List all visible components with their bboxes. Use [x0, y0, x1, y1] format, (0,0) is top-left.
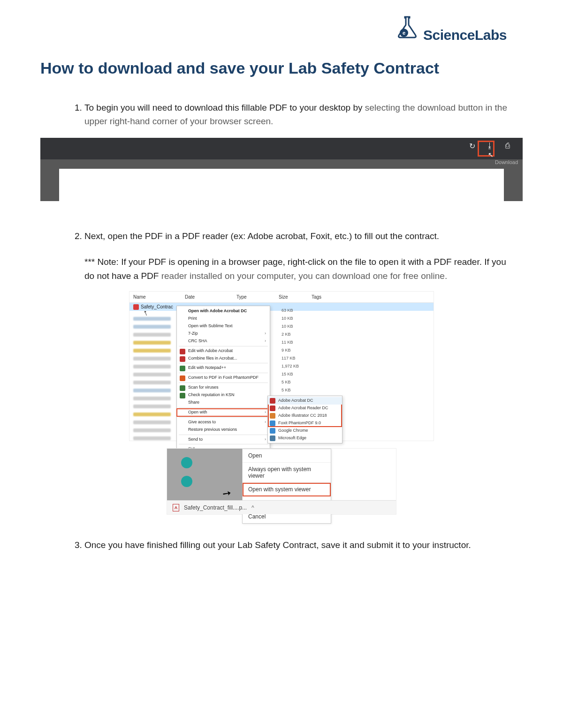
blurred-filename — [133, 317, 171, 321]
blurred-filename — [133, 428, 171, 432]
dl-always-open[interactable]: Always open with system viewer — [243, 463, 331, 483]
file-row[interactable] — [129, 346, 171, 354]
blurred-filename — [133, 389, 171, 392]
blurred-filename — [133, 325, 171, 329]
file-row[interactable] — [129, 394, 171, 402]
step-1-part-a: To begin you will need to download this … — [84, 103, 365, 113]
file-row[interactable] — [129, 418, 171, 426]
blurred-filename — [133, 436, 171, 440]
svg-text:e: e — [403, 30, 405, 36]
note-text: *** Note: If your PDF is opening in a br… — [0, 252, 563, 283]
blurred-filename — [133, 373, 171, 376]
rotate-icon[interactable]: ↻ — [467, 142, 477, 150]
pdf-file-icon — [133, 304, 139, 310]
pdf-download-icon: A — [173, 504, 179, 511]
cursor-icon: ↖ — [488, 151, 494, 158]
sub-edge[interactable]: Microsoft Edge — [268, 435, 342, 442]
page-title: How to download and save your Lab Safety… — [0, 50, 563, 91]
ctx-edit-acrobat[interactable]: Edit with Adobe Acrobat — [177, 347, 270, 355]
downloads-bar: A Safety_Contract_fill....p... ^ — [167, 500, 396, 514]
open-with-submenu: Adobe Acrobat DC Adobe Acrobat Reader DC… — [267, 396, 342, 443]
ctx-crc-sha[interactable]: CRC SHA — [177, 338, 270, 345]
ctx-open-adobe[interactable]: Open with Adobe Acrobat DC — [177, 308, 270, 315]
step-1: To begin you will need to download this … — [84, 101, 511, 128]
ctx-print[interactable]: Print — [177, 315, 270, 323]
blurred-filename — [133, 405, 171, 408]
file-size-value: 5 KB — [282, 378, 299, 386]
sub-illustrator[interactable]: Adobe Illustrator CC 2018 — [268, 412, 342, 420]
file-explorer-screenshot: Name Date Type Size Tags Safety_Contrac … — [129, 291, 434, 441]
header-type[interactable]: Type — [236, 294, 279, 300]
context-menu: Open with Adobe Acrobat DC Print Open wi… — [176, 306, 270, 455]
download-chip-caret[interactable]: ^ — [251, 504, 254, 511]
ctx-check-ksn[interactable]: Check reputation in KSN — [177, 391, 270, 399]
file-row[interactable] — [129, 378, 171, 386]
sub-adobe-acrobat-dc[interactable]: Adobe Acrobat DC — [268, 397, 342, 405]
file-size-value: 9 KB — [282, 346, 299, 354]
blurred-filename — [133, 357, 171, 360]
thumbnail-circle — [181, 457, 192, 468]
sub-adobe-reader[interactable]: Adobe Acrobat Reader DC — [268, 405, 342, 412]
step-3: Once you have finished filling out your … — [84, 538, 511, 552]
file-size-value: 117 KB — [282, 354, 299, 362]
flask-icon: e — [394, 14, 420, 43]
ctx-edit-notepad[interactable]: Edit with Notepad++ — [177, 364, 270, 372]
file-size-value: 2 KB — [282, 330, 299, 338]
explorer-column-headers: Name Date Type Size Tags — [129, 292, 434, 303]
blurred-filename — [133, 397, 171, 400]
file-row[interactable] — [129, 426, 171, 434]
file-row[interactable] — [129, 354, 171, 362]
file-size-value: 10 KB — [282, 315, 299, 323]
file-row[interactable] — [129, 362, 171, 370]
ctx-open-sublime[interactable]: Open with Sublime Text — [177, 323, 270, 330]
file-row[interactable] — [129, 402, 171, 410]
ctx-share[interactable]: Share — [177, 399, 270, 406]
ctx-restore[interactable]: Restore previous versions — [177, 426, 270, 434]
file-size-value: 63 KB — [282, 307, 299, 315]
file-size-value: 11 KB — [282, 338, 299, 346]
ctx-7zip[interactable]: 7-Zip — [177, 330, 270, 338]
download-chip-filename[interactable]: Safety_Contract_fill....p... — [184, 504, 247, 511]
blurred-filename — [133, 341, 171, 345]
pdf-page-preview — [59, 169, 504, 201]
ctx-open-with[interactable]: Open with — [177, 409, 270, 416]
browser-download-bar-screenshot: Open Always open with system viewer Open… — [167, 448, 396, 515]
dl-open[interactable]: Open — [243, 449, 331, 463]
ctx-send-to[interactable]: Send to — [177, 436, 270, 443]
header-name[interactable]: Name — [133, 294, 185, 300]
blurred-filename — [133, 413, 171, 416]
file-size-value: 10 KB — [282, 323, 299, 330]
ctx-convert-foxit[interactable]: Convert to PDF in Foxit PhantomPDF — [177, 374, 270, 382]
file-row[interactable] — [129, 434, 171, 442]
blurred-filename — [133, 333, 171, 337]
file-row[interactable] — [129, 323, 171, 330]
file-row[interactable] — [129, 370, 171, 378]
file-row[interactable] — [129, 386, 171, 394]
sub-chrome[interactable]: Google Chrome — [268, 427, 342, 435]
step-2: Next, open the PDF in a PDF reader (ex: … — [84, 229, 511, 243]
file-size-value: 5 KB — [282, 386, 299, 394]
ctx-give-access[interactable]: Give access to — [177, 419, 270, 426]
thumbnail-circle — [181, 476, 192, 487]
file-row[interactable] — [129, 315, 171, 323]
blurred-filename — [133, 349, 171, 353]
esciencelabs-logo: e ScienceLabs — [394, 14, 507, 43]
header-date[interactable]: Date — [185, 294, 236, 300]
ctx-combine-acrobat[interactable]: Combine files in Acrobat... — [177, 355, 270, 362]
logo-area: e ScienceLabs — [0, 0, 563, 50]
file-row[interactable] — [129, 338, 171, 346]
file-row[interactable] — [129, 330, 171, 338]
file-row[interactable] — [129, 410, 171, 418]
dl-open-system-viewer[interactable]: Open with system viewer — [243, 483, 331, 496]
browser-viewport — [40, 159, 523, 201]
ctx-scan-viruses[interactable]: Scan for viruses — [177, 384, 270, 391]
note-part-b: reader installed on your computer, you c… — [161, 271, 447, 281]
sub-foxit[interactable]: Foxit PhantomPDF 9.0 — [268, 420, 342, 427]
blurred-filename — [133, 381, 171, 384]
blurred-filename — [133, 420, 171, 424]
browser-topbar — [40, 138, 523, 159]
browser-toolbar-screenshot: ↻ ⭳ ⎙ ↖ Download — [40, 138, 523, 201]
header-tags[interactable]: Tags — [312, 294, 340, 300]
header-size[interactable]: Size — [279, 294, 312, 300]
print-icon[interactable]: ⎙ — [503, 142, 512, 150]
